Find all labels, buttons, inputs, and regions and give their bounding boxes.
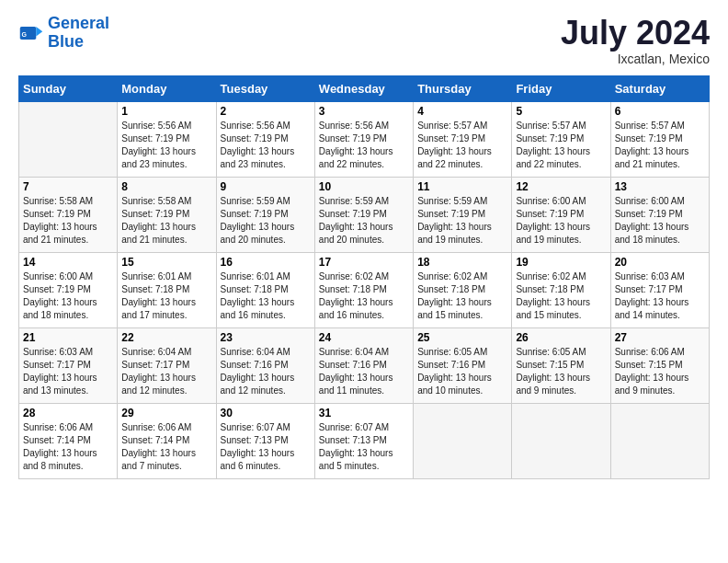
day-info: Sunrise: 6:03 AMSunset: 7:17 PMDaylight:… [23, 346, 113, 397]
day-number: 21 [23, 331, 113, 344]
day-number: 30 [221, 407, 311, 419]
day-info: Sunrise: 6:01 AMSunset: 7:18 PMDaylight:… [121, 270, 211, 322]
logo-text: General Blue [48, 15, 109, 52]
day-info: Sunrise: 6:04 AMSunset: 7:16 PMDaylight:… [221, 346, 311, 397]
header-sunday: Sunday [19, 75, 118, 101]
day-info: Sunrise: 6:02 AMSunset: 7:18 PMDaylight:… [319, 270, 409, 322]
day-info: Sunrise: 6:02 AMSunset: 7:18 PMDaylight:… [516, 270, 606, 322]
day-cell: 19Sunrise: 6:02 AMSunset: 7:18 PMDayligh… [512, 252, 610, 327]
day-cell: 15Sunrise: 6:01 AMSunset: 7:18 PMDayligh… [118, 252, 216, 327]
day-info: Sunrise: 5:59 AMSunset: 7:19 PMDaylight:… [221, 195, 311, 247]
day-number: 5 [516, 105, 606, 118]
day-cell: 27Sunrise: 6:06 AMSunset: 7:15 PMDayligh… [610, 327, 709, 403]
day-number: 2 [221, 105, 311, 118]
day-cell: 6Sunrise: 5:57 AMSunset: 7:19 PMDaylight… [610, 101, 709, 177]
page: G General Blue July 2024 Ixcatlan, Mexic… [0, 0, 728, 488]
title-block: July 2024 Ixcatlan, Mexico [561, 15, 710, 66]
day-cell: 21Sunrise: 6:03 AMSunset: 7:17 PMDayligh… [19, 327, 118, 403]
day-cell [414, 403, 512, 478]
day-number: 22 [121, 331, 211, 344]
day-number: 11 [417, 180, 507, 193]
day-number: 23 [221, 331, 311, 344]
header-friday: Friday [512, 75, 610, 101]
day-info: Sunrise: 6:06 AMSunset: 7:15 PMDaylight:… [615, 346, 705, 397]
day-number: 9 [221, 180, 311, 193]
day-cell: 4Sunrise: 5:57 AMSunset: 7:19 PMDaylight… [414, 101, 512, 177]
week-row-1: 1Sunrise: 5:56 AMSunset: 7:19 PMDaylight… [19, 101, 710, 177]
header-row: Sunday Monday Tuesday Wednesday Thursday… [19, 75, 710, 101]
day-info: Sunrise: 5:57 AMSunset: 7:19 PMDaylight:… [615, 120, 705, 171]
calendar-body: 1Sunrise: 5:56 AMSunset: 7:19 PMDaylight… [19, 101, 710, 478]
day-info: Sunrise: 6:02 AMSunset: 7:18 PMDaylight:… [417, 270, 507, 322]
day-cell: 14Sunrise: 6:00 AMSunset: 7:19 PMDayligh… [19, 252, 118, 327]
day-number: 13 [615, 180, 705, 193]
day-info: Sunrise: 5:57 AMSunset: 7:19 PMDaylight:… [417, 120, 507, 171]
day-info: Sunrise: 5:56 AMSunset: 7:19 PMDaylight:… [121, 120, 211, 171]
day-info: Sunrise: 6:06 AMSunset: 7:14 PMDaylight:… [121, 421, 211, 473]
day-cell: 17Sunrise: 6:02 AMSunset: 7:18 PMDayligh… [314, 252, 413, 327]
day-number: 1 [121, 105, 211, 118]
day-info: Sunrise: 6:05 AMSunset: 7:16 PMDaylight:… [417, 346, 507, 397]
day-number: 10 [319, 180, 409, 193]
day-info: Sunrise: 5:58 AMSunset: 7:19 PMDaylight:… [121, 195, 211, 247]
day-info: Sunrise: 5:56 AMSunset: 7:19 PMDaylight:… [221, 120, 311, 171]
header-thursday: Thursday [414, 75, 512, 101]
day-cell: 20Sunrise: 6:03 AMSunset: 7:17 PMDayligh… [610, 252, 709, 327]
day-number: 12 [516, 180, 606, 193]
day-info: Sunrise: 6:07 AMSunset: 7:13 PMDaylight:… [221, 421, 311, 473]
day-cell: 7Sunrise: 5:58 AMSunset: 7:19 PMDaylight… [19, 177, 118, 252]
day-info: Sunrise: 5:58 AMSunset: 7:19 PMDaylight:… [23, 195, 113, 247]
day-cell: 23Sunrise: 6:04 AMSunset: 7:16 PMDayligh… [216, 327, 314, 403]
day-info: Sunrise: 5:59 AMSunset: 7:19 PMDaylight:… [319, 195, 409, 247]
day-cell: 13Sunrise: 6:00 AMSunset: 7:19 PMDayligh… [610, 177, 709, 252]
day-number: 18 [417, 256, 507, 269]
day-cell: 24Sunrise: 6:04 AMSunset: 7:16 PMDayligh… [314, 327, 413, 403]
day-cell: 25Sunrise: 6:05 AMSunset: 7:16 PMDayligh… [414, 327, 512, 403]
day-number: 16 [221, 256, 311, 269]
header-tuesday: Tuesday [216, 75, 314, 101]
day-cell: 31Sunrise: 6:07 AMSunset: 7:13 PMDayligh… [314, 403, 413, 478]
header-saturday: Saturday [610, 75, 709, 101]
day-number: 15 [121, 256, 211, 269]
header: G General Blue July 2024 Ixcatlan, Mexic… [18, 15, 710, 66]
day-number: 19 [516, 256, 606, 269]
day-cell: 9Sunrise: 5:59 AMSunset: 7:19 PMDaylight… [216, 177, 314, 252]
day-cell: 11Sunrise: 5:59 AMSunset: 7:19 PMDayligh… [414, 177, 512, 252]
day-cell: 1Sunrise: 5:56 AMSunset: 7:19 PMDaylight… [118, 101, 216, 177]
location: Ixcatlan, Mexico [561, 52, 710, 66]
day-number: 29 [121, 407, 211, 419]
calendar-table: Sunday Monday Tuesday Wednesday Thursday… [18, 75, 710, 479]
day-cell: 29Sunrise: 6:06 AMSunset: 7:14 PMDayligh… [118, 403, 216, 478]
svg-marker-1 [36, 27, 42, 37]
day-number: 6 [615, 105, 705, 118]
day-number: 3 [319, 105, 409, 118]
day-cell [512, 403, 610, 478]
day-cell: 30Sunrise: 6:07 AMSunset: 7:13 PMDayligh… [216, 403, 314, 478]
day-number: 31 [319, 407, 409, 419]
day-info: Sunrise: 6:00 AMSunset: 7:19 PMDaylight:… [23, 270, 113, 322]
day-number: 27 [615, 331, 705, 344]
day-number: 17 [319, 256, 409, 269]
day-cell: 10Sunrise: 5:59 AMSunset: 7:19 PMDayligh… [314, 177, 413, 252]
day-info: Sunrise: 5:57 AMSunset: 7:19 PMDaylight:… [516, 120, 606, 171]
day-cell: 2Sunrise: 5:56 AMSunset: 7:19 PMDaylight… [216, 101, 314, 177]
logo-icon: G [18, 20, 44, 46]
day-info: Sunrise: 6:04 AMSunset: 7:16 PMDaylight:… [319, 346, 409, 397]
day-number: 7 [23, 180, 113, 193]
day-info: Sunrise: 6:04 AMSunset: 7:17 PMDaylight:… [121, 346, 211, 397]
day-cell: 8Sunrise: 5:58 AMSunset: 7:19 PMDaylight… [118, 177, 216, 252]
day-info: Sunrise: 6:00 AMSunset: 7:19 PMDaylight:… [615, 195, 705, 247]
day-number: 26 [516, 331, 606, 344]
day-cell: 12Sunrise: 6:00 AMSunset: 7:19 PMDayligh… [512, 177, 610, 252]
logo: G General Blue [18, 15, 109, 52]
calendar-header: Sunday Monday Tuesday Wednesday Thursday… [19, 75, 710, 101]
logo-line2: Blue [48, 32, 84, 51]
day-number: 25 [417, 331, 507, 344]
header-wednesday: Wednesday [314, 75, 413, 101]
month-title: July 2024 [561, 15, 710, 52]
day-cell: 18Sunrise: 6:02 AMSunset: 7:18 PMDayligh… [414, 252, 512, 327]
day-number: 4 [417, 105, 507, 118]
day-cell [19, 101, 118, 177]
week-row-5: 28Sunrise: 6:06 AMSunset: 7:14 PMDayligh… [19, 403, 710, 478]
day-info: Sunrise: 6:06 AMSunset: 7:14 PMDaylight:… [23, 421, 113, 473]
